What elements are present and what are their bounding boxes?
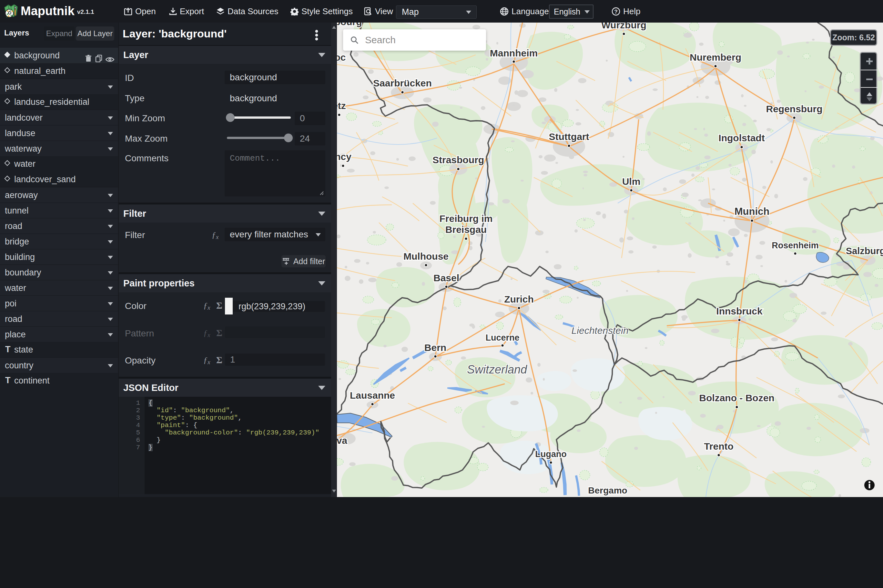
svg-text:Mulhouse: Mulhouse: [403, 251, 449, 262]
svg-text:?: ?: [614, 8, 617, 15]
svg-text:Wurzburg: Wurzburg: [601, 22, 646, 30]
svg-text:eva: eva: [337, 435, 347, 446]
svg-text:Bolzano - Bozen: Bolzano - Bozen: [699, 393, 774, 403]
svg-text:Zurich: Zurich: [504, 294, 534, 304]
svg-text:Lausanne: Lausanne: [350, 390, 395, 400]
svg-text:Lugano: Lugano: [535, 449, 566, 459]
svg-text:Munich: Munich: [734, 206, 770, 217]
svg-text:Innsbruck: Innsbruck: [716, 306, 763, 316]
svg-text:Salzburg: Salzburg: [846, 246, 883, 256]
svg-text:Bern: Bern: [424, 342, 446, 353]
svg-text:Nuremberg: Nuremberg: [690, 52, 741, 63]
svg-text:Basel: Basel: [433, 273, 459, 283]
svg-text:Breisgau: Breisgau: [445, 224, 487, 235]
svg-text:Strasbourg: Strasbourg: [432, 154, 484, 165]
svg-text:etz: etz: [337, 100, 346, 111]
svg-text:Freiburg im: Freiburg im: [439, 213, 493, 224]
svg-text:Mannheim: Mannheim: [490, 48, 538, 58]
svg-text:Saarbrücken: Saarbrücken: [373, 78, 432, 88]
svg-text:Ingolstadt: Ingolstadt: [718, 133, 764, 143]
svg-text:Bergamo: Bergamo: [588, 485, 627, 495]
svg-text:Lucerne: Lucerne: [485, 333, 519, 342]
svg-text:Stuttgart: Stuttgart: [549, 131, 589, 142]
svg-text:Regensburg: Regensburg: [766, 104, 822, 114]
svg-text:ncy: ncy: [337, 151, 351, 162]
svg-text:bourg: bourg: [337, 22, 362, 27]
svg-text:Rosenheim: Rosenheim: [772, 241, 819, 250]
svg-text:oc: oc: [337, 52, 346, 63]
svg-text:Trento: Trento: [704, 441, 734, 452]
svg-text:Liechtenstein: Liechtenstein: [572, 325, 629, 336]
svg-text:Switzerland: Switzerland: [467, 363, 527, 376]
svg-text:Ulm: Ulm: [622, 176, 641, 187]
